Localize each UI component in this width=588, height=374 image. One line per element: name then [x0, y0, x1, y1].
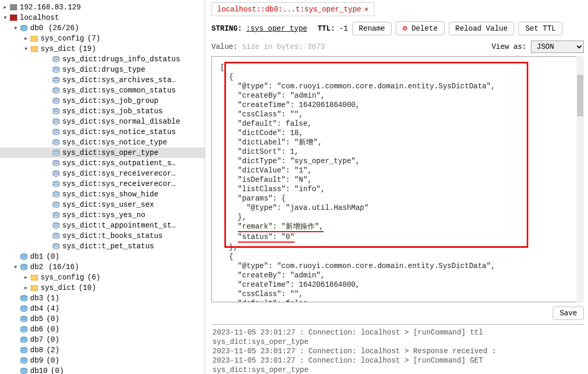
svg-point-80: [21, 319, 27, 322]
main-panel: localhost::db0:...t:sys_oper_type ✕ STRI…: [205, 0, 588, 374]
tree-key[interactable]: sys_dict:sys_normal_disable: [0, 116, 205, 127]
tree-label: sys_dict:sys_user_sex: [62, 200, 154, 209]
svg-point-48: [53, 195, 59, 197]
tree-label: sys_dict:sys_job_status: [62, 106, 163, 116]
tree-db[interactable]: db3(1): [0, 293, 205, 303]
ttl-label: TTL:: [317, 24, 335, 33]
key-icon: [52, 170, 60, 177]
key-name[interactable]: :sys_oper_type: [246, 24, 308, 33]
tree-label: sys_dict:t_books_status: [62, 231, 163, 241]
tree-label: localhost: [20, 13, 59, 22]
tree-host[interactable]: ▾ localhost: [0, 12, 205, 23]
tree-folder-sys-dict[interactable]: ▾ sys_dict (19): [0, 44, 205, 54]
svg-rect-70: [31, 275, 38, 280]
tree-key[interactable]: sys_dict:t_appointment_st…: [0, 220, 205, 231]
tree-db[interactable]: db10(0): [0, 366, 205, 374]
tree-db[interactable]: db7(0): [0, 335, 205, 345]
tree-label: sys_dict:drugs_info_dstatus: [62, 55, 180, 64]
tree-label: db9: [30, 356, 43, 365]
value-bar: Value: size in bytes: 3073 View as: JSON: [211, 41, 584, 56]
key-icon: [52, 232, 60, 239]
scrollbar-thumb[interactable]: [577, 75, 583, 116]
value-editor[interactable]: [ { "@type": "com.ruoyi.common.core.doma…: [211, 56, 584, 302]
db-icon: [20, 315, 28, 323]
tree-key[interactable]: sys_dict:sys_oper_type: [0, 148, 205, 158]
tree-db2[interactable]: ▾ db2 (16/16): [0, 262, 205, 272]
tree-key[interactable]: sys_dict:sys_yes_no: [0, 210, 205, 220]
svg-rect-6: [31, 46, 38, 52]
tree-count: (4): [46, 304, 59, 313]
db-icon: [20, 253, 28, 260]
tree-db[interactable]: db5(0): [0, 314, 205, 324]
tree-label: sys_dict:sys_outpatient_s…: [62, 158, 176, 168]
tree-key[interactable]: sys_dict:sys_job_status: [0, 106, 205, 116]
tree-db0[interactable]: ▾ db0 (26/26): [0, 23, 205, 33]
tree-label: db4: [30, 304, 43, 313]
tree-key[interactable]: sys_dict:t_pet_status: [0, 241, 205, 251]
save-button[interactable]: Save: [553, 306, 584, 320]
tree-label: db3: [30, 293, 43, 303]
chevron-down-icon: ▾: [12, 23, 19, 33]
close-icon[interactable]: ✕: [364, 5, 368, 14]
tree-db[interactable]: db8(2): [0, 345, 205, 355]
tree-label: sys_dict:sys_show_hide: [62, 190, 158, 199]
tree-db[interactable]: db6(0): [0, 324, 205, 335]
tab-active[interactable]: localhost::db0:...t:sys_oper_type ✕: [211, 2, 375, 16]
tree-server[interactable]: ▸ 192.168.83.129: [0, 2, 205, 12]
tree-key[interactable]: sys_dict:sys_receiverecor…: [0, 179, 205, 189]
tree-key[interactable]: sys_dict:sys_job_group: [0, 96, 205, 106]
svg-point-33: [53, 143, 59, 145]
folder-icon: [30, 45, 38, 52]
key-icon: [52, 243, 60, 250]
set-ttl-button[interactable]: Set TTL: [518, 22, 563, 35]
reload-button[interactable]: Reload Value: [449, 22, 515, 35]
tree-key[interactable]: sys_dict:sys_common_status: [0, 85, 205, 96]
svg-point-27: [53, 122, 59, 125]
rename-button[interactable]: Rename: [352, 22, 392, 35]
value-label: Value:: [211, 43, 237, 51]
tree-count: (19): [78, 44, 96, 54]
tree-db[interactable]: db9(0): [0, 355, 205, 366]
tree-db1[interactable]: db1 (0): [0, 251, 205, 262]
db-icon: [20, 263, 28, 271]
tree-key[interactable]: sys_dict:sys_notice_type: [0, 137, 205, 148]
tree-count: (0): [46, 314, 59, 324]
tree-label: sys_config: [41, 34, 84, 43]
delete-label: Delete: [411, 24, 437, 33]
tree-db2-sys-dict[interactable]: ▸ sys_dict (10): [0, 283, 205, 293]
tree-key[interactable]: sys_dict:drugs_info_dstatus: [0, 54, 205, 64]
db-icon: [20, 305, 28, 312]
key-icon: [52, 149, 60, 156]
tree-folder-sys-config[interactable]: ▸ sys_config (7): [0, 33, 205, 44]
key-icon: [52, 87, 60, 94]
scrollbar-vertical[interactable]: [577, 56, 584, 302]
tree-db2-sys-config[interactable]: ▸ sys_config (6): [0, 272, 205, 283]
tree-key[interactable]: sys_dict:t_books_status: [0, 231, 205, 241]
delete-button[interactable]: ⊘ Delete: [396, 21, 444, 35]
view-as-select[interactable]: JSON: [531, 41, 584, 53]
size-value: 3073: [308, 43, 325, 51]
key-icon: [52, 222, 60, 229]
tree-count: (0): [46, 335, 59, 344]
tree-key[interactable]: sys_dict:drugs_type: [0, 64, 205, 75]
svg-point-51: [53, 205, 59, 208]
svg-point-95: [21, 371, 27, 374]
tree-key[interactable]: sys_dict:sys_notice_status: [0, 127, 205, 137]
tree-key[interactable]: sys_dict:sys_receiverecor…: [0, 168, 205, 179]
svg-point-66: [21, 257, 27, 260]
tree-label: sys_dict:sys_job_group: [62, 96, 158, 105]
tree-label: sys_dict:sys_notice_type: [62, 138, 167, 147]
key-icon: [52, 56, 60, 63]
size-label: size in bytes:: [242, 43, 303, 51]
svg-point-57: [53, 226, 59, 229]
tree-label: sys_dict: [41, 283, 75, 292]
tree-key[interactable]: sys_dict:sys_show_hide: [0, 189, 205, 199]
tree-key[interactable]: sys_dict:sys_outpatient_s…: [0, 158, 205, 168]
tree-db[interactable]: db4(4): [0, 303, 205, 314]
db-icon: [20, 295, 28, 302]
log-line: 2023-11-05 23:01:27 : Connection: localh…: [212, 356, 583, 374]
tree-key[interactable]: sys_dict:sys_archives_sta…: [0, 75, 205, 85]
tree-key[interactable]: sys_dict:sys_user_sex: [0, 199, 205, 210]
tree-label: sys_dict:t_pet_status: [62, 242, 154, 251]
svg-rect-71: [31, 285, 38, 291]
